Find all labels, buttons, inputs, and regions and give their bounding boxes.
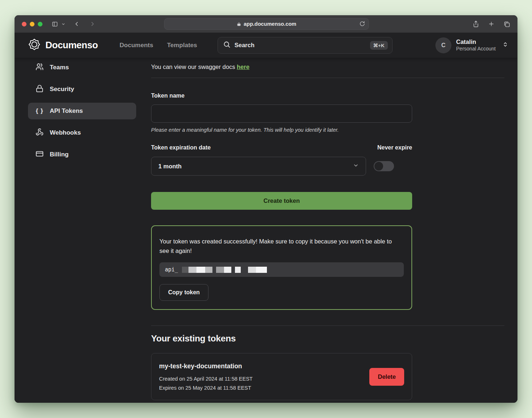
users-icon bbox=[36, 63, 44, 73]
brand[interactable]: Documenso bbox=[28, 38, 98, 52]
close-window-button[interactable] bbox=[22, 22, 27, 26]
sidebar-item-security[interactable]: Security bbox=[28, 81, 136, 98]
sidebar-item-label: Webhooks bbox=[50, 129, 81, 136]
sidebar-chevron-icon[interactable] bbox=[61, 22, 65, 26]
delete-token-button[interactable]: Delete bbox=[369, 368, 404, 386]
token-name-hint: Please enter a meaningful name for your … bbox=[151, 127, 412, 133]
tab-overview-icon[interactable] bbox=[503, 21, 510, 28]
search-shortcut-badge: ⌘+K bbox=[370, 41, 388, 50]
sidebar-item-label: Teams bbox=[50, 64, 69, 71]
divider bbox=[151, 325, 504, 326]
expiration-label: Token expiration date bbox=[151, 144, 211, 151]
main-nav: Documents Templates bbox=[119, 42, 197, 49]
sidebar-toggle-icon[interactable] bbox=[51, 21, 58, 27]
never-expire-label: Never expire bbox=[377, 144, 412, 151]
braces-icon: { } bbox=[36, 107, 44, 115]
webhook-icon bbox=[36, 128, 44, 138]
sidebar-item-label: API Tokens bbox=[50, 107, 83, 115]
settings-sidebar: Teams Security { } API Tokens Webhoo bbox=[28, 58, 136, 403]
sidebar-item-billing[interactable]: Billing bbox=[28, 146, 136, 163]
token-name: my-test-key-documentation bbox=[159, 362, 404, 370]
forward-button[interactable] bbox=[89, 21, 96, 27]
zoom-window-button[interactable] bbox=[38, 22, 42, 26]
swagger-docs-text: You can view our swagger docs here bbox=[151, 63, 504, 70]
token-expires-date: Expires on 25 May 2024 at 11:58 EEST bbox=[159, 385, 404, 391]
sidebar-item-webhooks[interactable]: Webhooks bbox=[28, 124, 136, 141]
chevrons-up-down-icon bbox=[503, 41, 508, 49]
token-created-message: Your token was created successfully! Mak… bbox=[159, 237, 403, 255]
back-button[interactable] bbox=[73, 21, 80, 27]
sidebar-item-label: Billing bbox=[50, 151, 69, 158]
search-icon bbox=[223, 41, 231, 50]
minimize-window-button[interactable] bbox=[30, 22, 34, 26]
never-expire-toggle[interactable] bbox=[374, 161, 394, 171]
redacted-token-blocks bbox=[182, 267, 267, 273]
app-header: Documenso Documents Templates Search ⌘+K… bbox=[15, 33, 517, 58]
nav-documents[interactable]: Documents bbox=[119, 42, 153, 49]
lock-icon bbox=[237, 22, 241, 26]
search-input[interactable]: Search ⌘+K bbox=[218, 37, 393, 54]
new-tab-icon[interactable] bbox=[488, 21, 495, 27]
expiration-value: 1 month bbox=[158, 163, 353, 170]
token-name-input[interactable] bbox=[151, 104, 412, 123]
sidebar-item-label: Security bbox=[50, 86, 74, 93]
sidebar-item-teams[interactable]: Teams bbox=[28, 59, 136, 76]
chevron-down-icon bbox=[353, 163, 359, 170]
avatar: C bbox=[435, 37, 451, 53]
traffic-lights bbox=[22, 22, 42, 26]
token-created-alert: Your token was created successfully! Mak… bbox=[151, 225, 412, 310]
reload-icon[interactable] bbox=[359, 21, 365, 27]
browser-window: app.documenso.com bbox=[15, 15, 517, 403]
divider bbox=[151, 78, 504, 78]
credit-card-icon bbox=[36, 150, 44, 160]
browser-toolbar: app.documenso.com bbox=[15, 15, 517, 33]
token-value-field[interactable]: api_ bbox=[159, 262, 404, 277]
app-page: Documenso Documents Templates Search ⌘+K… bbox=[15, 33, 517, 403]
documenso-logo-icon bbox=[28, 38, 41, 52]
account-type: Personal Account bbox=[456, 46, 496, 52]
expiration-select[interactable]: 1 month bbox=[151, 157, 366, 176]
brand-name: Documenso bbox=[45, 40, 98, 51]
share-icon[interactable] bbox=[472, 20, 479, 28]
search-label: Search bbox=[235, 42, 366, 49]
toggle-knob bbox=[374, 162, 383, 171]
account-menu[interactable]: C Catalin Personal Account bbox=[435, 37, 508, 53]
url-text: app.documenso.com bbox=[244, 21, 296, 27]
token-list-item: my-test-key-documentation Created on 25 … bbox=[151, 353, 412, 400]
token-name-label: Token name bbox=[151, 93, 412, 99]
address-bar[interactable]: app.documenso.com bbox=[164, 18, 369, 30]
copy-token-button[interactable]: Copy token bbox=[159, 284, 208, 301]
existing-tokens-heading: Your existing tokens bbox=[151, 333, 504, 344]
create-token-button[interactable]: Create token bbox=[151, 192, 412, 210]
swagger-docs-link[interactable]: here bbox=[237, 63, 249, 70]
token-prefix: api_ bbox=[165, 266, 178, 273]
lock-icon bbox=[36, 85, 44, 94]
api-tokens-content: You can view our swagger docs here Token… bbox=[136, 58, 504, 403]
token-created-date: Created on 25 April 2024 at 11:58 EEST bbox=[159, 376, 404, 382]
sidebar-item-api-tokens[interactable]: { } API Tokens bbox=[28, 103, 136, 119]
account-name: Catalin bbox=[456, 38, 496, 46]
nav-templates[interactable]: Templates bbox=[167, 42, 197, 49]
